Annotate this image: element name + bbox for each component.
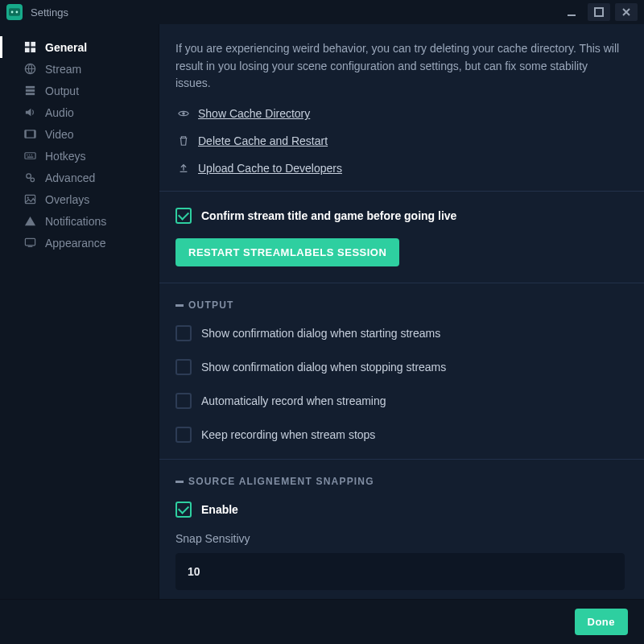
sidebar-item-hotkeys[interactable]: Hotkeys [0,145,159,167]
sidebar-item-notifications[interactable]: Notifications [0,210,159,232]
confirm-stream-row: Confirm stream title and game before goi… [175,208,625,224]
sidebar: General Stream Output Audio Video Hotkey… [0,24,159,599]
image-icon [23,193,37,205]
stop-confirm-checkbox[interactable] [175,359,192,375]
svg-rect-26 [27,246,32,247]
window-title: Settings [31,6,68,19]
sidebar-item-advanced[interactable]: Advanced [0,167,159,188]
sidebar-item-label: Audio [45,106,74,119]
svg-rect-10 [25,86,34,89]
sidebar-item-audio[interactable]: Audio [0,101,159,123]
upload-cache-row: Upload Cache to Developers [175,162,625,175]
snapping-heading: Source Alignement Snapping [175,476,625,487]
sidebar-item-general[interactable]: General [0,36,159,58]
output-heading-label: Output [188,299,234,311]
svg-point-17 [27,155,28,156]
output-option-row: Show confirmation dialog when starting s… [175,325,625,341]
section-cache: If you are experiencing weird behavior, … [159,24,644,192]
sidebar-item-appearance[interactable]: Appearance [0,232,159,254]
collapse-icon[interactable] [175,481,184,483]
titlebar: Settings [0,0,644,24]
svg-rect-14 [24,130,26,138]
start-confirm-label: Show confirmation dialog when starting s… [201,327,440,340]
svg-rect-20 [27,156,33,157]
snapping-enable-label: Enable [201,503,238,516]
svg-point-27 [182,112,185,115]
window-close-button[interactable] [615,3,638,21]
monitor-icon [23,237,37,249]
sidebar-item-label: Stream [45,63,81,76]
upload-cache-link[interactable]: Upload Cache to Developers [198,162,342,175]
svg-point-24 [27,197,28,199]
svg-point-18 [28,155,30,156]
svg-point-2 [16,11,19,14]
footer: Done [0,599,644,644]
output-option-row: Automatically record when streaming [175,393,625,409]
svg-point-19 [31,155,32,156]
auto-record-checkbox[interactable] [175,393,192,409]
svg-rect-11 [25,89,34,92]
window-maximize-button[interactable] [588,3,610,21]
sidebar-item-label: Overlays [45,193,89,206]
sidebar-item-label: Advanced [45,171,95,184]
svg-rect-4 [595,8,603,16]
svg-rect-5 [24,42,29,47]
svg-rect-25 [25,238,35,245]
snapping-heading-label: Source Alignement Snapping [188,476,374,487]
svg-rect-7 [24,47,29,52]
svg-point-22 [31,178,35,182]
output-option-row: Keep recording when stream stops [175,427,625,443]
output-heading: Output [175,299,625,311]
sidebar-item-output[interactable]: Output [0,80,159,101]
sidebar-item-label: Hotkeys [45,150,86,163]
start-confirm-checkbox[interactable] [175,325,192,341]
globe-icon [23,63,37,75]
app-logo-icon [6,4,23,20]
keyboard-icon [23,150,37,162]
confirm-stream-checkbox[interactable] [175,208,192,224]
output-icon [23,85,37,97]
main-panel: If you are experiencing weird behavior, … [159,24,644,599]
sidebar-item-label: Output [45,85,79,97]
sidebar-item-label: Video [45,128,74,141]
snapping-enable-checkbox[interactable] [175,502,192,518]
auto-record-label: Automatically record when streaming [201,394,386,407]
svg-rect-13 [24,130,35,138]
sidebar-item-stream[interactable]: Stream [0,58,159,80]
keep-recording-label: Keep recording when stream stops [201,428,375,441]
stop-confirm-label: Show confirmation dialog when stopping s… [201,361,446,374]
show-cache-row: Show Cache Directory [175,107,625,120]
svg-rect-6 [31,42,35,47]
restart-streamlabels-button[interactable]: Restart Streamlabels Session [175,238,399,266]
svg-rect-3 [568,14,576,16]
collapse-icon[interactable] [175,304,184,307]
cache-help-text: If you are experiencing weird behavior, … [175,40,625,93]
sidebar-item-video[interactable]: Video [0,123,159,145]
section-confirm: Confirm stream title and game before goi… [159,192,644,283]
confirm-stream-label: Confirm stream title and game before goi… [201,209,456,222]
show-cache-link[interactable]: Show Cache Directory [198,107,310,120]
main-scroll[interactable]: If you are experiencing weird behavior, … [159,24,644,599]
keep-recording-checkbox[interactable] [175,427,192,443]
section-snapping: Source Alignement Snapping Enable Snap S… [159,460,644,599]
sidebar-item-overlays[interactable]: Overlays [0,188,159,210]
sidebar-item-label: Appearance [45,237,106,250]
eye-icon [175,108,192,119]
section-output: Output Show confirmation dialog when sta… [159,283,644,460]
grid-icon [23,41,37,53]
svg-rect-12 [25,93,34,95]
trash-icon [175,135,192,147]
svg-rect-0 [9,8,20,15]
delete-cache-row: Delete Cache and Restart [175,134,625,147]
svg-rect-16 [24,153,35,159]
svg-point-21 [26,174,31,179]
sidebar-item-label: General [45,41,87,54]
snap-sensitivity-input[interactable] [175,553,625,590]
svg-point-1 [11,11,14,14]
svg-rect-8 [31,47,35,52]
done-button[interactable]: Done [575,609,629,635]
audio-icon [23,106,37,118]
video-icon [23,128,37,140]
delete-cache-link[interactable]: Delete Cache and Restart [198,134,328,147]
window-minimize-button[interactable] [560,3,583,21]
